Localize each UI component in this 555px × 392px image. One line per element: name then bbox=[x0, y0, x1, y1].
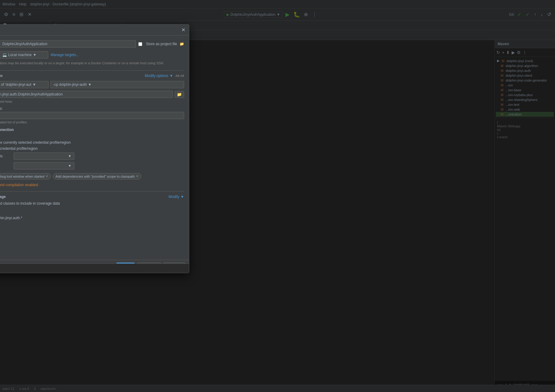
credentials-label: Credentials: bbox=[0, 154, 11, 158]
tag-add-deps: Add dependencies with "provided" scope t… bbox=[53, 173, 141, 179]
cp-value: -cp dolphin-jinyi-auth bbox=[53, 82, 87, 87]
modify-options-chevron: ▼ bbox=[170, 74, 173, 78]
cc-buttons: − + bbox=[0, 208, 184, 214]
profiles-hint: Comma separated list of profiles bbox=[0, 120, 184, 124]
credentials-row: Credentials: ▼ bbox=[0, 152, 184, 160]
sdk-value: java 8 SDK of 'dolphin-jinyi-aut bbox=[0, 82, 31, 87]
region-chevron: ▼ bbox=[68, 164, 72, 168]
code-coverage-section: Code Coverage Modify ▼ Packages and clas… bbox=[0, 191, 184, 220]
tag-label: Add dependencies with "provided" scope t… bbox=[56, 175, 135, 178]
region-dropdown[interactable]: ▼ bbox=[14, 162, 74, 169]
aws-header[interactable]: ▼ AWS Connection bbox=[0, 128, 184, 132]
tag-label: Open run/debug tool window when started bbox=[0, 175, 44, 178]
tags-row: Open run/debug tool window when started … bbox=[0, 173, 184, 179]
field-hint: Press Alt for field hints bbox=[0, 100, 184, 103]
main-class-row: 📁 bbox=[0, 91, 184, 98]
warning-text: Background compilation enabled bbox=[0, 183, 38, 187]
aws-none-row: None bbox=[0, 134, 184, 139]
dialog-titlebar: ▶ Run/Debug Configurations ✕ bbox=[0, 25, 189, 35]
sdk-row: java 8 SDK of 'dolphin-jinyi-aut ▼ -cp d… bbox=[0, 81, 184, 88]
main-class-input[interactable] bbox=[0, 91, 173, 98]
sdk-chevron: ▼ bbox=[32, 82, 36, 87]
profiles-input[interactable] bbox=[0, 112, 184, 119]
profiles-label: Active profiles: bbox=[0, 106, 3, 111]
run-debug-dialog: ▶ Run/Debug Configurations ✕ + − ⧉ ↕ ▶ 🖥… bbox=[0, 24, 189, 273]
build-run-section-header: Build and run Modify options ▼ Alt+M bbox=[0, 70, 184, 78]
aws-radio-group: None Use the currently selected credenti… bbox=[0, 134, 184, 169]
cp-chevron: ▼ bbox=[88, 82, 92, 87]
modify-options-btn[interactable]: Modify options ▼ Alt+M bbox=[145, 74, 184, 78]
name-input[interactable] bbox=[0, 40, 136, 48]
region-label: Region: bbox=[0, 164, 11, 168]
tag-run-debug: Open run/debug tool window when started … bbox=[0, 173, 51, 179]
cp-dropdown[interactable]: -cp dolphin-jinyi-auth ▼ bbox=[50, 81, 184, 88]
run-on-description: Run configurations may be executed local… bbox=[0, 61, 184, 65]
config-detail: Name: Store as project file 📁 Run on: 💻 … bbox=[0, 35, 189, 260]
tag-remove-btn[interactable]: ✕ bbox=[45, 174, 48, 178]
cc-description: Packages and classes to include in cover… bbox=[0, 201, 184, 206]
dropdown-chevron: ▼ bbox=[33, 53, 36, 57]
store-project-label: Store as project file bbox=[146, 42, 177, 46]
cc-entry-row: com.dolphin.jinyi.auth.* bbox=[0, 216, 184, 220]
cc-title: Code Coverage bbox=[0, 195, 6, 199]
aws-other-label: Other credential profile/region bbox=[0, 146, 38, 151]
cc-header: Code Coverage Modify ▼ bbox=[0, 195, 184, 199]
run-on-row: Run on: 💻 Local machine ▼ Manage targets… bbox=[0, 51, 184, 59]
browse-main-class-btn[interactable]: 📁 bbox=[175, 91, 184, 98]
dialog-close-btn[interactable]: ✕ bbox=[181, 27, 185, 33]
aws-other-row: Other credential profile/region bbox=[0, 146, 184, 151]
credentials-dropdown[interactable]: ▼ bbox=[14, 152, 74, 160]
local-machine-icon: 💻 bbox=[2, 53, 7, 57]
cc-entry-text: com.dolphin.jinyi.auth.* bbox=[0, 216, 22, 220]
build-run-label: Build and run bbox=[0, 74, 2, 78]
profiles-section: Active profiles: Comma separated list of… bbox=[0, 106, 184, 124]
name-row: Name: Store as project file 📁 bbox=[0, 40, 184, 48]
cc-modify-label: Modify bbox=[169, 195, 179, 199]
region-row: Region: ▼ bbox=[0, 162, 184, 169]
cc-modify-chevron: ▼ bbox=[180, 195, 184, 199]
modify-options-shortcut: Alt+M bbox=[176, 74, 184, 78]
aws-current-label: Use the currently selected credential pr… bbox=[0, 140, 71, 145]
aws-label: AWS Connection bbox=[0, 128, 14, 132]
cc-modify-btn[interactable]: Modify ▼ bbox=[169, 195, 184, 199]
modify-options-label: Modify options bbox=[145, 74, 168, 78]
tag-remove-btn[interactable]: ✕ bbox=[136, 174, 139, 178]
store-project-icon: 📁 bbox=[180, 42, 184, 46]
dialog-body: + − ⧉ ↕ ▶ 🖥 Application ▶ 🐳 Docker bbox=[0, 35, 189, 260]
run-on-dropdown[interactable]: 💻 Local machine ▼ bbox=[0, 51, 48, 59]
sdk-dropdown[interactable]: java 8 SDK of 'dolphin-jinyi-aut ▼ bbox=[0, 81, 49, 88]
warning-row: ⚠ Background compilation enabled bbox=[0, 182, 184, 188]
store-project-checkbox[interactable] bbox=[138, 42, 142, 46]
credentials-chevron: ▼ bbox=[68, 154, 72, 158]
aws-current-row: Use the currently selected credential pr… bbox=[0, 140, 184, 145]
manage-targets-link[interactable]: Manage targets... bbox=[51, 53, 79, 57]
run-on-value: Local machine bbox=[8, 53, 32, 57]
aws-section: ▼ AWS Connection None Use the currently … bbox=[0, 128, 184, 169]
